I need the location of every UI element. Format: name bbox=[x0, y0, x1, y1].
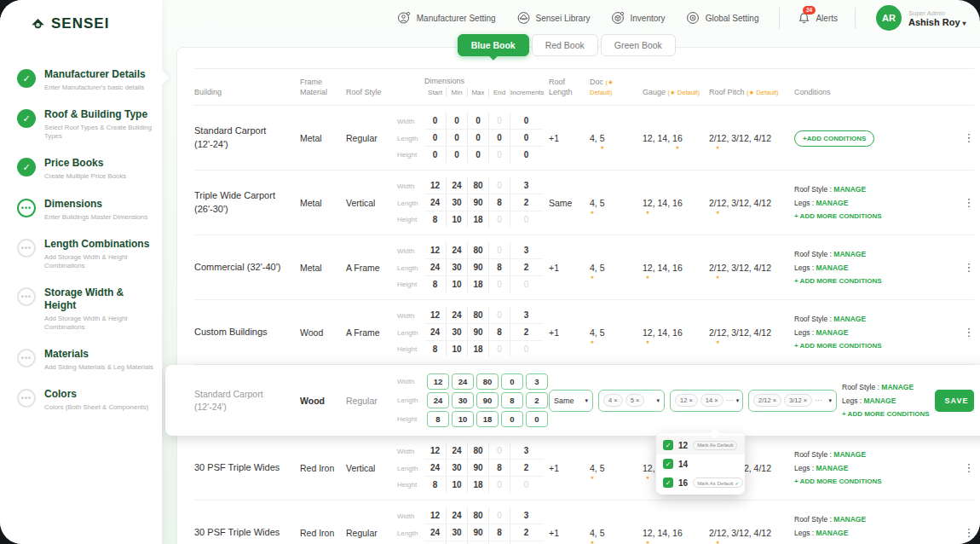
dim-input[interactable]: 8 bbox=[501, 392, 523, 408]
sidebar-item-manufacturer-details[interactable]: ✓Manufacturer DetailsEnter Manufacturer'… bbox=[0, 68, 162, 92]
dim-input[interactable]: 0 bbox=[501, 373, 523, 390]
dim-row-label: Length bbox=[397, 465, 424, 472]
selected-chip: 5 × bbox=[625, 394, 645, 407]
mark-as-default-pill[interactable]: Mark As Default bbox=[693, 441, 737, 450]
roof-style-manage-link[interactable]: MANAGE bbox=[833, 515, 866, 524]
doc-multiselect[interactable]: 4 ×5 ×▾ bbox=[598, 390, 665, 412]
option-label: 12 bbox=[678, 441, 688, 450]
dropdown-option-16[interactable]: ✓16Mark As Default ✓ bbox=[656, 473, 745, 492]
roof-style-manage-link[interactable]: MANAGE bbox=[833, 315, 866, 323]
tab-green-book[interactable]: Green Book bbox=[601, 34, 676, 56]
dim-value: 0 bbox=[488, 341, 510, 357]
dim-input[interactable]: 0 bbox=[526, 411, 548, 427]
roof-pitch-multiselect[interactable]: 2/12 ×3/12 ×⋯▾ bbox=[748, 390, 837, 412]
dim-input[interactable]: 18 bbox=[476, 411, 499, 427]
alerts-button[interactable]: 24 Alerts bbox=[779, 8, 856, 29]
nav-global-setting[interactable]: Global Setting bbox=[686, 11, 759, 26]
checkbox-checked-icon[interactable]: ✓ bbox=[663, 459, 673, 469]
sidebar-item-colors[interactable]: •••ColorsColors (Both Sheet & Components… bbox=[0, 388, 162, 412]
dim-input[interactable]: 80 bbox=[476, 373, 499, 390]
add-more-conditions-link[interactable]: + ADD MORE CONDITIONS bbox=[794, 210, 959, 223]
dim-value: 18 bbox=[467, 341, 488, 357]
dim-value: 24 bbox=[424, 194, 446, 211]
dim-values: 8101800 bbox=[424, 276, 544, 292]
roof-style: A Frame bbox=[346, 327, 392, 338]
nav-sensei-library[interactable]: Sensei Library bbox=[516, 11, 591, 26]
dim-input[interactable]: 3 bbox=[526, 373, 548, 390]
dim-values: 12248003 bbox=[424, 307, 544, 324]
row-menu-icon[interactable]: ⋮ bbox=[964, 261, 974, 274]
tab-blue-book[interactable]: Blue Book bbox=[458, 34, 529, 56]
step-title: Colors bbox=[44, 388, 148, 401]
dim-input[interactable]: 8 bbox=[427, 411, 449, 427]
row-menu-icon[interactable]: ⋮ bbox=[964, 196, 974, 209]
value: 5 bbox=[600, 528, 605, 538]
dim-input[interactable]: 10 bbox=[452, 411, 474, 427]
add-more-conditions-link[interactable]: + ADD MORE CONDITIONS bbox=[794, 540, 959, 544]
mark-as-default-pill[interactable]: Mark As Default ✓ bbox=[693, 477, 743, 488]
nav-manufacturer-setting[interactable]: Manufacturer Setting bbox=[397, 11, 496, 26]
sidebar-item-storage-width-height[interactable]: •••Storage Width & HeightAdd Storage Wid… bbox=[0, 286, 162, 332]
row-menu-icon[interactable]: ⋮ bbox=[964, 461, 974, 474]
selected-chip: 12 × bbox=[675, 394, 698, 407]
row-menu-icon[interactable]: ⋮ bbox=[964, 131, 974, 144]
dim-value: 90 bbox=[467, 194, 488, 211]
dim-value: 0 bbox=[510, 477, 542, 493]
roof-style-manage-link[interactable]: MANAGE bbox=[881, 383, 914, 391]
dim-value: 0 bbox=[488, 130, 510, 146]
gauge-multiselect[interactable]: 12 ×14 ×⋯▾ bbox=[670, 390, 743, 412]
frame-material: Metal bbox=[300, 133, 341, 143]
dropdown-option-12[interactable]: ✓12Mark As Default bbox=[656, 436, 745, 454]
dim-input[interactable]: 90 bbox=[476, 392, 499, 408]
roof-style-manage-link[interactable]: MANAGE bbox=[833, 450, 866, 459]
roof-length: +1 bbox=[549, 133, 585, 143]
legs-manage-link[interactable]: MANAGE bbox=[816, 464, 849, 472]
checkbox-checked-icon[interactable]: ✓ bbox=[663, 477, 673, 488]
checkbox-checked-icon[interactable]: ✓ bbox=[663, 440, 673, 450]
dim-input[interactable]: 0 bbox=[501, 411, 523, 427]
legs-manage-link[interactable]: MANAGE bbox=[816, 529, 849, 537]
legs-manage-link[interactable]: MANAGE bbox=[816, 263, 849, 272]
dim-input[interactable]: 12 bbox=[427, 373, 449, 390]
roof-style-label: Roof Style : bbox=[794, 315, 833, 323]
legs-condition: Legs : MANAGE bbox=[842, 394, 930, 408]
row-menu-icon[interactable]: ⋮ bbox=[964, 326, 974, 339]
roof-length: Same bbox=[549, 198, 585, 208]
dim-value: 0 bbox=[424, 147, 446, 163]
sidebar-item-dimensions[interactable]: •••DimensionsEnter Buildings Master Dime… bbox=[0, 198, 162, 222]
dropdown-option-14[interactable]: ✓14 bbox=[656, 454, 745, 473]
nav-inventory[interactable]: Inventory bbox=[610, 11, 665, 26]
user-menu[interactable]: AR Super Admin Ashish Roy ▾ bbox=[876, 5, 966, 31]
add-more-conditions-link[interactable]: + ADD MORE CONDITIONS bbox=[842, 408, 930, 420]
dim-input[interactable]: 24 bbox=[452, 373, 474, 390]
sidebar-item-length-combinations[interactable]: •••Length CombinationsAdd Storage Width … bbox=[0, 238, 162, 270]
dim-value: 0 bbox=[488, 307, 510, 323]
dim-value: 10 bbox=[446, 276, 467, 292]
row-menu-icon[interactable]: ⋮ bbox=[964, 526, 974, 539]
dim-input[interactable]: 30 bbox=[452, 392, 474, 408]
roof-style-manage-link[interactable]: MANAGE bbox=[833, 185, 866, 194]
add-more-conditions-link[interactable]: + ADD MORE CONDITIONS bbox=[794, 475, 959, 488]
sidebar-item-materials[interactable]: •••MaterialsAdd Siding Materials & Leg M… bbox=[0, 348, 162, 372]
roof-style-manage-link[interactable]: MANAGE bbox=[833, 250, 866, 258]
add-more-conditions-link[interactable]: + ADD MORE CONDITIONS bbox=[794, 339, 959, 352]
roof-length-select[interactable]: Same▾ bbox=[549, 390, 593, 412]
col-building: Building bbox=[194, 87, 295, 97]
sidebar-item-roof-building-type[interactable]: ✓Roof & Building TypeSelect Roof Types &… bbox=[0, 108, 162, 141]
dim-input[interactable]: 24 bbox=[427, 392, 449, 408]
sidebar-item-price-books[interactable]: ✓Price BooksCreate Multiple Price Books bbox=[0, 157, 162, 181]
dim-values: 24309082 bbox=[424, 460, 544, 477]
dim-input[interactable]: 2 bbox=[526, 392, 548, 408]
legs-manage-link[interactable]: MANAGE bbox=[864, 396, 896, 405]
legs-manage-link[interactable]: MANAGE bbox=[816, 199, 849, 207]
add-conditions-button[interactable]: +ADD CONDITIONS bbox=[794, 130, 874, 147]
value: 14 bbox=[658, 133, 668, 143]
save-button[interactable]: SAVE bbox=[935, 390, 974, 412]
tab-red-book[interactable]: Red Book bbox=[532, 34, 598, 56]
dim-row-label: Width bbox=[397, 312, 424, 320]
legs-manage-link[interactable]: MANAGE bbox=[816, 328, 849, 337]
dim-value: 24 bbox=[424, 524, 446, 541]
frame-material: Wood bbox=[300, 327, 341, 338]
add-more-conditions-link[interactable]: + ADD MORE CONDITIONS bbox=[794, 275, 959, 287]
dim-value: 80 bbox=[467, 242, 488, 258]
